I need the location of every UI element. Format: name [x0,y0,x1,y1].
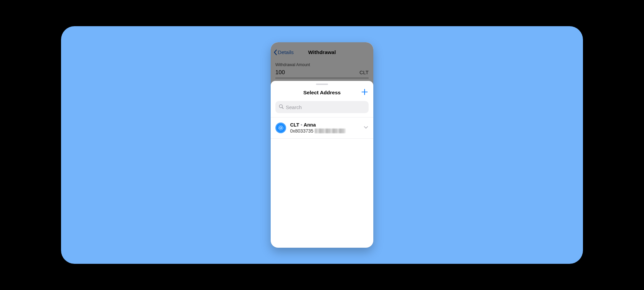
svg-point-2 [278,126,283,130]
address-prefix: 0x8033735 [290,128,313,134]
add-address-button[interactable] [361,89,369,97]
chevron-down-icon [363,125,369,131]
address-name: Anna [304,122,316,128]
token-icon [275,123,286,133]
svg-point-3 [280,127,282,129]
address-text: CLT•Anna 0x8033735 [290,122,359,134]
address-symbol: CLT [290,122,299,128]
sheet-grabber[interactable] [316,84,328,85]
select-address-sheet: Select Address [271,81,373,248]
address-value: 0x8033735 [290,128,359,134]
sheet-title: Select Address [303,90,340,96]
address-list: CLT•Anna 0x8033735 [271,117,373,139]
search-wrap [271,98,373,117]
search-input[interactable] [286,104,365,110]
sheet-header: Select Address [271,87,373,98]
address-row[interactable]: CLT•Anna 0x8033735 [271,117,373,139]
address-redacted [315,129,345,133]
address-title: CLT•Anna [290,122,359,128]
search-icon [279,104,284,110]
phone-frame: Details Withdrawal Withdrawal Amount 100… [271,42,373,248]
plus-icon [361,89,368,97]
svg-line-1 [282,107,283,109]
search-field[interactable] [275,101,369,113]
showcase-card: Details Withdrawal Withdrawal Amount 100… [61,26,583,264]
